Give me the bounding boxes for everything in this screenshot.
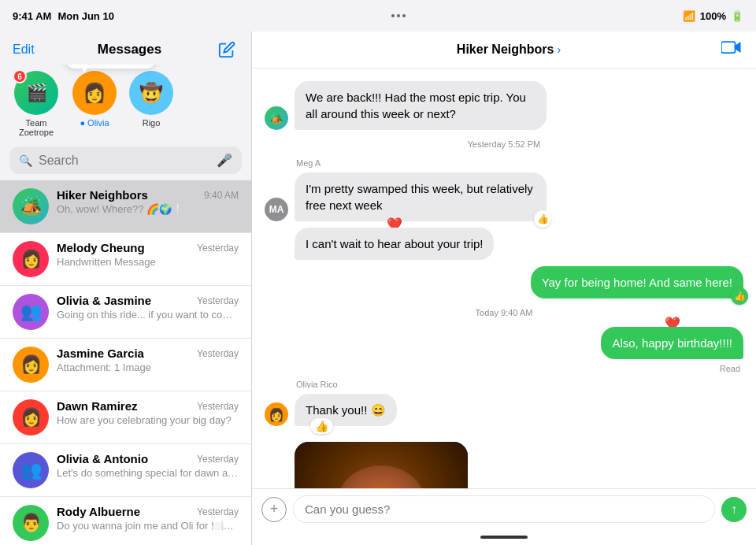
image-bubble <box>295 442 468 488</box>
conv-content-dawn-ramirez: Dawn Ramirez Yesterday How are you celeb… <box>57 399 239 426</box>
read-status: Read <box>265 364 740 373</box>
conv-name-hiker-neighbors: Hiker Neighbors <box>57 188 148 202</box>
search-bar[interactable]: 🔍 🎤 <box>9 146 242 174</box>
contact-name-rigo: Rigo <box>143 118 161 128</box>
chat-chevron-icon: › <box>557 43 561 56</box>
msg-row-2: MA I'm pretty swamped this week, but rel… <box>265 172 743 221</box>
battery-level: 100% <box>700 10 726 22</box>
image-person <box>295 442 468 488</box>
conv-name-olivia-jasmine: Olivia & Jasmine <box>57 294 151 307</box>
status-bar: 9:41 AM Mon Jun 10 📶 100% 🔋 <box>0 0 756 32</box>
conv-avatar-rody-albuerne: 👨 <box>13 505 49 541</box>
conv-preview-melody-cheung: Handwritten Message <box>57 256 239 268</box>
sender-name-meg-a: Meg A <box>296 158 743 168</box>
msg-row-4: Yay for being home! And same here! 👍 <box>265 266 743 298</box>
like-reaction-2: 👍 <box>731 287 748 305</box>
bubble-text-1: We are back!!! Had the most epic trip. Y… <box>306 91 526 120</box>
unread-badge-team-zoetrope: 6 <box>13 69 27 83</box>
app-container: Edit Messages 🎬 6 Team Zoetrope � <box>0 32 756 545</box>
conv-avatar-dawn-ramirez: 👩 <box>13 399 49 436</box>
conv-name-melody-cheung: Melody Cheung <box>57 241 145 254</box>
status-day: Mon Jun 10 <box>57 10 114 22</box>
compose-button[interactable] <box>215 38 239 61</box>
bubble-4: Yay for being home! And same here! <box>531 266 743 298</box>
bubble-text-3: I can't wait to hear about your trip! <box>306 237 483 250</box>
conv-avatar-hiker-neighbors: 🏕️ <box>13 188 49 224</box>
search-icon: 🔍 <box>19 154 32 167</box>
bubble-6-wrap: Thank you!! 😄 👍 <box>295 394 397 426</box>
battery-icon: 🔋 <box>731 10 743 22</box>
conv-preview-hiker-neighbors: Oh, wow! Where?? 🌈🌍❕ <box>57 203 239 215</box>
status-bar-center <box>391 14 406 17</box>
bottom-bar <box>252 529 756 545</box>
msg-group-1: 🏕️ We are back!!! Had the most epic trip… <box>265 81 743 130</box>
recent-contact-olivia[interactable]: 🎉🌞 What a lovelyday, sunshine! 👩 ● Olivi… <box>72 71 117 137</box>
msg-row-6: 👩 Thank you!! 😄 👍 <box>265 394 743 426</box>
send-button[interactable]: ↑ <box>721 497 747 522</box>
conv-name-rody-albuerne: Rody Albuerne <box>57 505 140 518</box>
timestamp-1: Yesterday 5:52 PM <box>265 139 743 149</box>
svg-rect-0 <box>721 42 736 53</box>
edit-button[interactable]: Edit <box>13 43 44 57</box>
bubble-5-wrap: ❤️ Also, happy birthday!!!! <box>601 327 743 359</box>
recent-contact-team-zoetrope[interactable]: 🎬 6 Team Zoetrope <box>13 71 60 137</box>
message-input[interactable] <box>293 495 715 523</box>
like-reaction-1: 👍 <box>534 210 551 228</box>
conv-preview-dawn-ramirez: How are you celebrating your big day? <box>57 414 239 426</box>
conv-preview-olivia-antonio: Let's do something special for dawn at t… <box>57 467 239 479</box>
video-call-button[interactable] <box>721 39 743 60</box>
conv-avatar-jasmine-garcia: 👩 <box>13 347 49 383</box>
add-button[interactable]: + <box>261 497 287 522</box>
status-bar-right: 📶 100% 🔋 <box>683 10 743 22</box>
conv-content-rody-albuerne: Rody Albuerne Yesterday Do you wanna joi… <box>57 505 239 532</box>
conv-item-olivia-jasmine[interactable]: 👥 Olivia & Jasmine Yesterday Going on th… <box>0 286 251 339</box>
conv-item-hiker-neighbors[interactable]: 🏕️ Hiker Neighbors 9:40 AM Oh, wow! Wher… <box>0 180 251 233</box>
bubble-text-5: Also, happy birthday!!!! <box>612 336 732 350</box>
dots-indicator <box>391 14 406 17</box>
bubble-4-wrap: Yay for being home! And same here! 👍 <box>531 266 743 298</box>
bubble-2: I'm pretty swamped this week, but relati… <box>295 172 547 221</box>
msg-avatar-2: MA <box>265 198 288 221</box>
conv-avatar-melody-cheung: 👩 <box>13 241 49 277</box>
bubble-3-wrap: ❤️ I can't wait to hear about your trip! <box>295 228 494 260</box>
contact-name-team-zoetrope: Team Zoetrope <box>13 118 60 137</box>
msg-group-5: Olivia Rico 👩 Thank you!! 😄 👍 👩 <box>265 380 743 488</box>
conv-time-dawn-ramirez: Yesterday <box>197 401 239 412</box>
conv-content-jasmine-garcia: Jasmine Garcia Yesterday Attachment: 1 I… <box>57 347 239 373</box>
conv-content-olivia-antonio: Olivia & Antonio Yesterday Let's do some… <box>57 452 239 479</box>
chat-title-wrap[interactable]: Hiker Neighbors › <box>457 43 561 57</box>
bubble-1: We are back!!! Had the most epic trip. Y… <box>295 81 547 130</box>
conv-content-olivia-jasmine: Olivia & Jasmine Yesterday Going on this… <box>57 294 239 321</box>
sidebar-header: Edit Messages <box>0 32 251 65</box>
msg-avatar-1: 🏕️ <box>265 106 288 130</box>
conv-preview-jasmine-garcia: Attachment: 1 Image <box>57 361 239 373</box>
thumbs-up-reaction: 👍 <box>310 418 333 434</box>
status-bar-left: 9:41 AM Mon Jun 10 <box>13 10 114 22</box>
conv-avatar-olivia-jasmine: 👥 <box>13 294 49 330</box>
contact-name-olivia: ● Olivia <box>80 118 109 128</box>
input-bar: + ↑ <box>252 488 756 529</box>
conv-time-olivia-jasmine: Yesterday <box>197 295 239 306</box>
search-input[interactable] <box>39 154 210 168</box>
conv-item-rody-albuerne[interactable]: 👨 Rody Albuerne Yesterday Do you wanna j… <box>0 497 251 545</box>
conv-item-olivia-antonio[interactable]: 👥 Olivia & Antonio Yesterday Let's do so… <box>0 444 251 497</box>
msg-row-7: 👩 <box>265 442 743 488</box>
msg-row-1: 🏕️ We are back!!! Had the most epic trip… <box>265 81 743 130</box>
messages-area: 🏕️ We are back!!! Had the most epic trip… <box>252 69 756 488</box>
conv-item-dawn-ramirez[interactable]: 👩 Dawn Ramirez Yesterday How are you cel… <box>0 391 251 444</box>
conv-item-jasmine-garcia[interactable]: 👩 Jasmine Garcia Yesterday Attachment: 1… <box>0 339 251 391</box>
msg-row-3: MA ❤️ I can't wait to hear about your tr… <box>265 228 743 260</box>
conv-time-olivia-antonio: Yesterday <box>197 454 239 465</box>
conv-content-melody-cheung: Melody Cheung Yesterday Handwritten Mess… <box>57 241 239 268</box>
msg-group-4: ❤️ Also, happy birthday!!!! Read <box>265 327 743 373</box>
conv-name-dawn-ramirez: Dawn Ramirez <box>57 399 138 413</box>
bubble-3: I can't wait to hear about your trip! <box>295 228 494 260</box>
recent-contact-rigo[interactable]: 🤠 Rigo <box>129 71 173 137</box>
msg-row-5: ❤️ Also, happy birthday!!!! <box>265 327 743 359</box>
conv-item-melody-cheung[interactable]: 👩 Melody Cheung Yesterday Handwritten Me… <box>0 233 251 286</box>
recent-contacts: 🎬 6 Team Zoetrope 🎉🌞 What a lovelyday, s… <box>0 65 251 143</box>
conv-content-hiker-neighbors: Hiker Neighbors 9:40 AM Oh, wow! Where??… <box>57 188 239 215</box>
mic-icon[interactable]: 🎤 <box>217 153 232 168</box>
sender-name-olivia-rico: Olivia Rico <box>296 380 743 389</box>
bubble-6: Thank you!! 😄 <box>295 394 397 426</box>
